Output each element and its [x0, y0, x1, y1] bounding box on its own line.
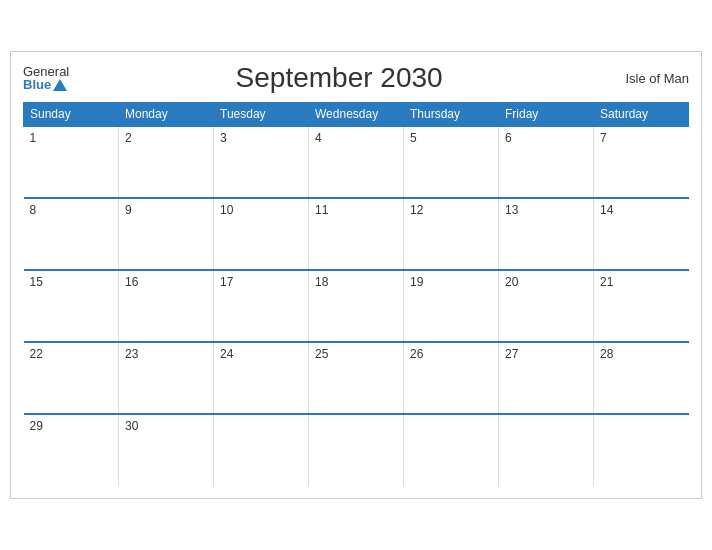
- day-number: 24: [220, 347, 233, 361]
- day-number: 12: [410, 203, 423, 217]
- calendar-day-cell: 26: [404, 342, 499, 414]
- calendar-grid: SundayMondayTuesdayWednesdayThursdayFrid…: [23, 102, 689, 486]
- calendar-day-cell: 18: [309, 270, 404, 342]
- calendar-day-cell: 23: [119, 342, 214, 414]
- calendar-header: General Blue September 2030 Isle of Man: [23, 62, 689, 94]
- calendar-day-cell: 27: [499, 342, 594, 414]
- calendar-day-cell: [499, 414, 594, 486]
- calendar-day-cell: 19: [404, 270, 499, 342]
- day-number: 6: [505, 131, 512, 145]
- calendar-week-row: 22232425262728: [24, 342, 689, 414]
- weekday-header: Monday: [119, 103, 214, 127]
- day-number: 29: [30, 419, 43, 433]
- day-number: 16: [125, 275, 138, 289]
- day-number: 14: [600, 203, 613, 217]
- day-number: 25: [315, 347, 328, 361]
- calendar-day-cell: 8: [24, 198, 119, 270]
- weekday-header: Saturday: [594, 103, 689, 127]
- day-number: 30: [125, 419, 138, 433]
- weekday-header: Wednesday: [309, 103, 404, 127]
- day-number: 22: [30, 347, 43, 361]
- calendar-day-cell: [404, 414, 499, 486]
- calendar-day-cell: 21: [594, 270, 689, 342]
- day-number: 7: [600, 131, 607, 145]
- day-number: 13: [505, 203, 518, 217]
- calendar-region: Isle of Man: [609, 71, 689, 86]
- day-number: 9: [125, 203, 132, 217]
- calendar-day-cell: 24: [214, 342, 309, 414]
- day-number: 26: [410, 347, 423, 361]
- calendar-week-row: 891011121314: [24, 198, 689, 270]
- calendar-week-row: 15161718192021: [24, 270, 689, 342]
- day-number: 4: [315, 131, 322, 145]
- calendar-title: September 2030: [69, 62, 609, 94]
- logo-triangle-icon: [53, 79, 67, 91]
- day-number: 5: [410, 131, 417, 145]
- day-number: 27: [505, 347, 518, 361]
- day-number: 20: [505, 275, 518, 289]
- day-number: 1: [30, 131, 37, 145]
- calendar-day-cell: 25: [309, 342, 404, 414]
- calendar-day-cell: 13: [499, 198, 594, 270]
- calendar-day-cell: 5: [404, 126, 499, 198]
- calendar-day-cell: 6: [499, 126, 594, 198]
- calendar-day-cell: 20: [499, 270, 594, 342]
- calendar-day-cell: 9: [119, 198, 214, 270]
- day-number: 2: [125, 131, 132, 145]
- calendar-day-cell: 16: [119, 270, 214, 342]
- calendar-day-cell: 11: [309, 198, 404, 270]
- day-number: 18: [315, 275, 328, 289]
- day-number: 23: [125, 347, 138, 361]
- day-number: 11: [315, 203, 328, 217]
- day-number: 8: [30, 203, 37, 217]
- calendar-day-cell: [594, 414, 689, 486]
- day-number: 17: [220, 275, 233, 289]
- calendar-day-cell: 10: [214, 198, 309, 270]
- calendar-day-cell: 14: [594, 198, 689, 270]
- day-number: 15: [30, 275, 43, 289]
- day-number: 3: [220, 131, 227, 145]
- logo: General Blue: [23, 65, 69, 91]
- weekday-header: Tuesday: [214, 103, 309, 127]
- calendar-week-row: 2930: [24, 414, 689, 486]
- calendar-day-cell: 7: [594, 126, 689, 198]
- weekday-header: Friday: [499, 103, 594, 127]
- calendar-day-cell: 3: [214, 126, 309, 198]
- calendar-day-cell: 1: [24, 126, 119, 198]
- calendar-day-cell: 12: [404, 198, 499, 270]
- calendar-day-cell: [214, 414, 309, 486]
- day-number: 10: [220, 203, 233, 217]
- calendar-day-cell: 15: [24, 270, 119, 342]
- calendar-day-cell: 2: [119, 126, 214, 198]
- calendar-day-cell: 28: [594, 342, 689, 414]
- calendar-day-cell: 4: [309, 126, 404, 198]
- calendar-day-cell: 22: [24, 342, 119, 414]
- calendar-day-cell: 30: [119, 414, 214, 486]
- weekday-header-row: SundayMondayTuesdayWednesdayThursdayFrid…: [24, 103, 689, 127]
- day-number: 21: [600, 275, 613, 289]
- logo-blue-text: Blue: [23, 78, 51, 91]
- day-number: 28: [600, 347, 613, 361]
- calendar-day-cell: 17: [214, 270, 309, 342]
- weekday-header: Sunday: [24, 103, 119, 127]
- calendar-container: General Blue September 2030 Isle of Man …: [10, 51, 702, 499]
- calendar-day-cell: [309, 414, 404, 486]
- calendar-week-row: 1234567: [24, 126, 689, 198]
- day-number: 19: [410, 275, 423, 289]
- weekday-header: Thursday: [404, 103, 499, 127]
- calendar-day-cell: 29: [24, 414, 119, 486]
